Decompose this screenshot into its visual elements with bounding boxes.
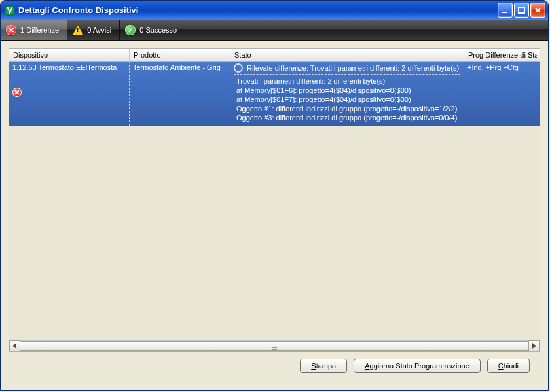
horizontal-scrollbar[interactable] — [9, 340, 540, 351]
tab-avvisi[interactable]: 0 Avvisi — [67, 20, 120, 40]
state-indicator-icon — [234, 63, 243, 73]
scroll-thumb[interactable] — [20, 341, 528, 351]
app-icon — [5, 5, 15, 16]
tab-avvisi-count: 0 — [87, 26, 91, 34]
state-line: Oggetto #3: differenti indirizzi di grup… — [236, 113, 460, 122]
row-error-icon — [12, 88, 22, 97]
body-region: Dispositivo Prodotto Stato Prog Differen… — [1, 41, 548, 390]
stampa-button[interactable]: Stampa — [300, 359, 347, 373]
tab-differenze-label: Differenze — [26, 26, 59, 34]
chiudi-button[interactable]: Chiudi — [487, 359, 530, 373]
close-button[interactable] — [530, 3, 545, 18]
grid-header: Dispositivo Prodotto Stato Prog Differen… — [9, 49, 540, 62]
scroll-track[interactable] — [20, 340, 528, 351]
svg-rect-2 — [519, 7, 524, 13]
state-line: at Memory[$01F6]: progetto=4($04)/dispos… — [236, 86, 460, 95]
tab-successo-count: 0 — [139, 26, 143, 34]
state-details: Trovati i parametri differenti: 2 differ… — [234, 74, 460, 122]
state-line: at Memory[$01F7]: progetto=4($04)/dispos… — [236, 95, 460, 104]
tab-differenze[interactable]: ✕ 1 Differenze — [1, 20, 67, 40]
grid-body: 1.12.53 Termostato EElTermosta Termostat… — [9, 62, 540, 340]
cell-prodotto: Termostato Ambiente - Grig — [130, 62, 230, 126]
window-frame: Dettagli Confronto Dispositivi ✕ 1 Diffe… — [0, 0, 549, 391]
state-line: Oggetto #1: differenti indirizzi di grup… — [236, 104, 460, 113]
error-icon: ✕ — [6, 25, 16, 35]
window-title: Dettagli Confronto Dispositivi — [18, 5, 498, 15]
tab-differenze-count: 1 — [20, 26, 24, 34]
tab-successo-label: Successo — [145, 26, 177, 34]
tab-avvisi-label: Avvisi — [93, 26, 112, 34]
filter-toolbar: ✕ 1 Differenze 0 Avvisi 0 Successo — [1, 20, 548, 41]
chiudi-rest: hiudi — [504, 362, 519, 370]
aggiorna-rest: ggiorna Stato Programmazione — [370, 362, 469, 370]
row-device-label: 1.12.53 Termostato EElTermosta — [12, 63, 117, 71]
state-summary: Rilevate differenze: Trovati i parametri… — [247, 63, 459, 73]
titlebar[interactable]: Dettagli Confronto Dispositivi — [1, 1, 548, 20]
button-bar: Stampa Aggiorna Stato Programmazione Chi… — [9, 352, 540, 382]
col-prog-diff[interactable]: Prog Differenze di Stato — [464, 49, 537, 61]
warning-icon — [73, 26, 83, 35]
cell-prog-diff: +Ind. +Prg +Cfg — [464, 62, 537, 126]
col-dispositivo[interactable]: Dispositivo — [9, 49, 130, 61]
col-stato[interactable]: Stato — [230, 49, 464, 61]
maximize-button[interactable] — [514, 3, 529, 18]
state-line: Trovati i parametri differenti: 2 differ… — [236, 77, 460, 86]
cell-dispositivo: 1.12.53 Termostato EElTermosta — [9, 62, 130, 126]
minimize-button[interactable] — [498, 3, 513, 18]
col-prodotto[interactable]: Prodotto — [130, 49, 230, 61]
scroll-left-button[interactable] — [9, 340, 20, 351]
scroll-right-button[interactable] — [528, 340, 540, 351]
cell-stato: Rilevate differenze: Trovati i parametri… — [230, 62, 464, 126]
stampa-rest: tampa — [316, 362, 337, 370]
success-icon — [125, 25, 136, 35]
aggiorna-button[interactable]: Aggiorna Stato Programmazione — [354, 359, 481, 373]
tab-successo[interactable]: 0 Successo — [120, 20, 185, 40]
table-row[interactable]: 1.12.53 Termostato EElTermosta Termostat… — [9, 62, 540, 126]
results-grid: Dispositivo Prodotto Stato Prog Differen… — [9, 48, 540, 352]
svg-rect-1 — [502, 12, 507, 13]
